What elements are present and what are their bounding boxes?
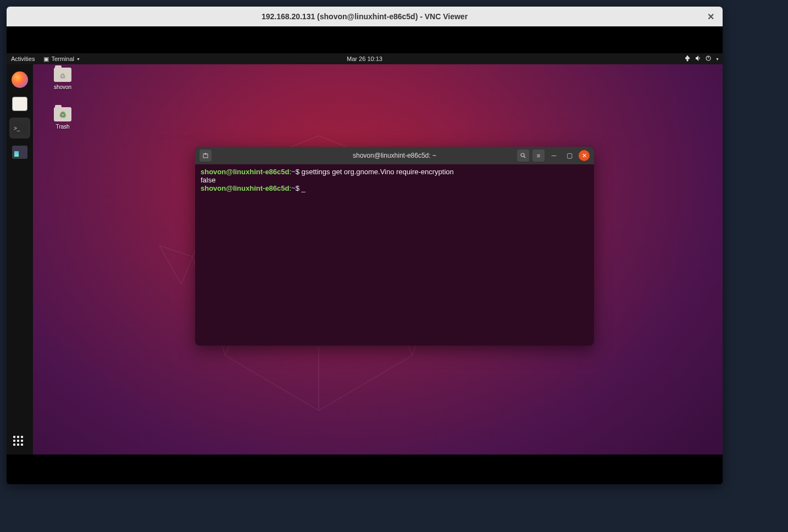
app-menu[interactable]: ▣ Terminal ▼ bbox=[39, 56, 85, 63]
files-icon bbox=[12, 97, 27, 111]
vnc-content: Activities ▣ Terminal ▼ Mar 26 10:13 bbox=[7, 26, 723, 484]
desktop-icon-trash[interactable]: ♻Trash bbox=[46, 107, 79, 130]
icon-label: Trash bbox=[46, 124, 79, 130]
desktop-icon-home-folder[interactable]: ⌂shovon bbox=[46, 68, 79, 90]
folder-icon: ♻ bbox=[54, 107, 71, 121]
new-tab-button[interactable] bbox=[199, 149, 212, 162]
icon-label: shovon bbox=[46, 84, 79, 90]
maximize-button[interactable]: ▢ bbox=[563, 149, 575, 162]
terminal-icon: ▣ bbox=[43, 56, 49, 63]
dock-system-monitor[interactable] bbox=[9, 142, 30, 163]
app-menu-label: Terminal bbox=[51, 56, 74, 62]
system-monitor-icon bbox=[12, 146, 27, 159]
desktop-surface[interactable]: ⌂shovon♻Trash shovon@linuxhint-e86c5d: ~ bbox=[33, 64, 723, 455]
volume-icon[interactable] bbox=[695, 55, 701, 63]
firefox-icon bbox=[12, 71, 28, 88]
clock[interactable]: Mar 26 10:13 bbox=[347, 56, 382, 62]
network-icon[interactable] bbox=[684, 55, 691, 63]
gnome-topbar: Activities ▣ Terminal ▼ Mar 26 10:13 bbox=[7, 53, 723, 64]
terminal-title: shovon@linuxhint-e86c5d: ~ bbox=[353, 152, 436, 159]
close-button[interactable]: ✕ bbox=[579, 150, 590, 161]
dock-files[interactable] bbox=[9, 93, 30, 114]
terminal-icon: >_ bbox=[12, 121, 28, 135]
chevron-down-icon: ▼ bbox=[715, 57, 719, 61]
activities-button[interactable]: Activities bbox=[7, 56, 39, 62]
chevron-down-icon: ▼ bbox=[76, 57, 80, 61]
dock-firefox[interactable] bbox=[9, 69, 30, 90]
vnc-title: 192.168.20.131 (shovon@linuxhint-e86c5d)… bbox=[262, 12, 468, 21]
terminal-body[interactable]: shovon@linuxhint-e86c5d:~$ gsettings get… bbox=[195, 164, 594, 196]
hamburger-menu-button[interactable]: ≡ bbox=[532, 149, 545, 162]
folder-icon: ⌂ bbox=[54, 68, 71, 82]
power-icon[interactable] bbox=[705, 55, 712, 63]
dock-terminal[interactable]: >_ bbox=[9, 118, 30, 138]
ubuntu-desktop: Activities ▣ Terminal ▼ Mar 26 10:13 bbox=[7, 53, 723, 455]
svg-line-6 bbox=[524, 157, 526, 158]
vnc-titlebar[interactable]: 192.168.20.131 (shovon@linuxhint-e86c5d)… bbox=[7, 7, 723, 26]
vnc-close-button[interactable]: ✕ bbox=[705, 11, 716, 22]
search-button[interactable] bbox=[517, 149, 529, 162]
minimize-button[interactable]: ─ bbox=[548, 149, 560, 162]
system-tray[interactable]: ▼ bbox=[684, 55, 719, 63]
terminal-titlebar[interactable]: shovon@linuxhint-e86c5d: ~ ≡ ─ ▢ ✕ bbox=[195, 147, 594, 164]
vnc-window: 192.168.20.131 (shovon@linuxhint-e86c5d)… bbox=[7, 7, 723, 484]
terminal-window[interactable]: shovon@linuxhint-e86c5d: ~ ≡ ─ ▢ ✕ shovo… bbox=[195, 147, 594, 346]
svg-point-5 bbox=[521, 153, 524, 157]
dock: >_ bbox=[7, 64, 33, 455]
show-applications-button[interactable] bbox=[13, 436, 26, 449]
